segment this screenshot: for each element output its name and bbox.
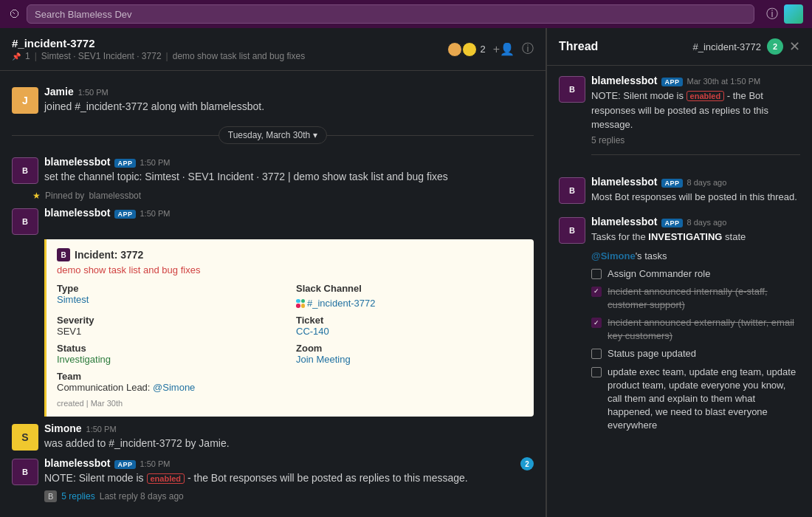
severity-value: SEV1 xyxy=(57,326,284,337)
message-author: Simone xyxy=(44,422,82,434)
thread-message-content: blamelessbot APP Mar 30th at 1:50 PM NOT… xyxy=(591,75,800,164)
search-placeholder: Search Blameless Dev xyxy=(35,9,132,20)
message-text: was added to #_incident-3772 by Jamie. xyxy=(44,436,534,451)
incident-desc-highlight: bug xyxy=(162,264,178,275)
messages-area[interactable]: J Jamie 1:50 PM joined #_incident-3772 a… xyxy=(0,71,546,517)
thread-message-text: NOTE: Silent mode is enabled - the Bot r… xyxy=(591,89,800,132)
incident-field-team: Team Communication Lead: @Simone xyxy=(57,371,523,393)
message-time: 1:50 PM xyxy=(140,158,171,167)
channel-panel: #_incident-3772 📌 1 | Simtest · SEV1 Inc… xyxy=(0,28,546,517)
tasks-text-after: state xyxy=(722,231,746,242)
message-content: Jamie 1:50 PM joined #_incident-3772 alo… xyxy=(44,86,534,114)
thread-channel: #_incident-3772 xyxy=(692,41,761,52)
reply-time: Last reply 8 days ago xyxy=(100,491,184,501)
message-row: J Jamie 1:50 PM joined #_incident-3772 a… xyxy=(12,86,534,114)
type-value[interactable]: Simtest xyxy=(57,294,284,305)
thread-messages[interactable]: B blamelessbot APP Mar 30th at 1:50 PM N… xyxy=(547,66,812,517)
message-time: 1:50 PM xyxy=(78,88,109,97)
pin-icon: 📌 xyxy=(12,52,21,61)
bot-avatar: B xyxy=(12,157,38,184)
bot-avatar-incident: B xyxy=(12,208,38,235)
note-text-after: - the Bot responses will be posted as re… xyxy=(187,472,468,484)
message-row: B blamelessbot APP 1:50 PM NOTE: Silent … xyxy=(12,457,534,486)
channel-title-area: #_incident-3772 📌 1 | Simtest · SEV1 Inc… xyxy=(12,37,441,61)
note-text-before: NOTE: Silent mode is xyxy=(44,472,147,484)
zoom-value[interactable]: Join Meeting xyxy=(296,354,523,365)
thread-message-content-2: blamelessbot APP 8 days ago Most Bot res… xyxy=(591,176,800,205)
message-text: NOTE: Silent mode is enabled - the Bot r… xyxy=(44,470,534,486)
incident-card: B Incident: 3772 demo show task list and… xyxy=(44,239,534,417)
message-header: blamelessbot APP 1:50 PM xyxy=(44,457,534,469)
separator2: | xyxy=(166,51,168,61)
date-divider-button[interactable]: Tuesday, March 30th ▾ xyxy=(219,126,327,144)
thread-author-2: blamelessbot xyxy=(591,176,657,188)
slack-icon: #_incident-3772 xyxy=(296,298,376,309)
task-item-4: Status page updated xyxy=(591,347,800,360)
pinned-label: Pinned by xyxy=(45,191,84,201)
pinned-bar: ★ Pinned by blamelessbot xyxy=(0,188,546,204)
task-text-2: Incident announced internally (e-staff, … xyxy=(608,285,800,312)
message-content: blamelessbot APP 1:50 PM NOTE: Silent mo… xyxy=(44,457,534,486)
message-content: Simone 1:50 PM was added to #_incident-3… xyxy=(44,422,534,451)
type-label: Type xyxy=(57,283,284,294)
thread-message-content-3: blamelessbot APP 8 days ago Tasks for th… xyxy=(591,216,800,437)
thread-bot-avatar-3: B xyxy=(559,217,585,244)
thread-author: blamelessbot xyxy=(591,75,657,86)
task-checkbox-4[interactable] xyxy=(591,349,602,359)
user-avatar[interactable] xyxy=(784,4,803,24)
task-list: @Simone's tasks Assign Commander role In… xyxy=(591,250,800,433)
message-group-jamie: J Jamie 1:50 PM joined #_incident-3772 a… xyxy=(0,83,546,117)
history-icon[interactable]: ⏲ xyxy=(9,7,21,21)
task-item-5: update exec team, update eng team, updat… xyxy=(591,366,800,433)
incident-desc-normal: demo show task list and xyxy=(57,264,162,275)
close-icon[interactable]: ✕ xyxy=(789,38,800,55)
app-badge: APP xyxy=(114,159,135,168)
channel-breadcrumb: Simtest · SEV1 Incident · 3772 xyxy=(41,51,162,61)
add-member-icon[interactable]: +👤 xyxy=(493,42,515,56)
incident-field-severity: Severity SEV1 xyxy=(57,315,284,337)
app-badge-2: APP xyxy=(661,179,682,188)
thread-message-2: B blamelessbot APP 8 days ago Most Bot r… xyxy=(559,176,800,205)
message-time: 1:50 PM xyxy=(140,209,171,218)
member-avatars[interactable]: 2 xyxy=(447,42,485,57)
team-value: Communication Lead: @Simone xyxy=(57,382,523,393)
info-icon[interactable]: ⓘ xyxy=(522,41,534,57)
thread-title: Thread xyxy=(559,40,684,53)
reply-bar[interactable]: B 5 replies Last reply 8 days ago xyxy=(12,490,534,502)
slack-value[interactable]: #_incident-3772 xyxy=(296,294,523,309)
help-icon[interactable]: ⓘ xyxy=(766,7,778,22)
sc1 xyxy=(296,299,300,304)
pin-star-icon: ★ xyxy=(32,191,41,201)
pin-count: 1 xyxy=(25,51,30,61)
task-checkbox-2[interactable] xyxy=(591,287,602,297)
ticket-label: Ticket xyxy=(296,315,523,326)
task-header: @Simone's tasks xyxy=(591,250,800,261)
message-row: S Simone 1:50 PM was added to #_incident… xyxy=(12,422,534,451)
task-item-3: Incident announced externally (twitter, … xyxy=(591,316,800,343)
team-mention[interactable]: @Simone xyxy=(153,382,195,393)
task-checkbox-3[interactable] xyxy=(591,318,602,328)
task-text-4: Status page updated xyxy=(608,347,696,360)
ticket-value[interactable]: CC-140 xyxy=(296,326,523,337)
topbar: ⏲ Search Blameless Dev ⓘ xyxy=(0,0,812,28)
incident-field-zoom: Zoom Join Meeting xyxy=(296,343,523,365)
task-checkbox-5[interactable] xyxy=(591,367,602,377)
incident-field-slack: Slack Channel #_incident-377 xyxy=(296,283,523,309)
incident-icon: B xyxy=(57,248,70,261)
sc2 xyxy=(301,299,306,304)
message-row: B blamelessbot APP 1:50 PM xyxy=(12,207,534,235)
jamie-avatar: J xyxy=(12,87,38,114)
simone-avatar: S xyxy=(12,424,38,451)
task-checkbox-1[interactable] xyxy=(591,269,602,279)
search-input[interactable]: Search Blameless Dev xyxy=(27,4,754,24)
message-group-bot-topic: B blamelessbot APP 1:50 PM set the chann… xyxy=(0,153,546,188)
slack-label: Slack Channel xyxy=(296,283,523,294)
pinned-by: blamelessbot xyxy=(89,191,141,201)
thread-time-3: 8 days ago xyxy=(687,218,727,227)
incident-field-ticket: Ticket CC-140 xyxy=(296,315,523,337)
channel-meta: 📌 1 | Simtest · SEV1 Incident · 3772 | d… xyxy=(12,51,441,61)
message-time: 1:50 PM xyxy=(86,425,117,434)
message-content: blamelessbot APP 1:50 PM xyxy=(44,207,534,220)
separator: | xyxy=(35,51,37,61)
task-text-1: Assign Commander role xyxy=(608,267,710,281)
